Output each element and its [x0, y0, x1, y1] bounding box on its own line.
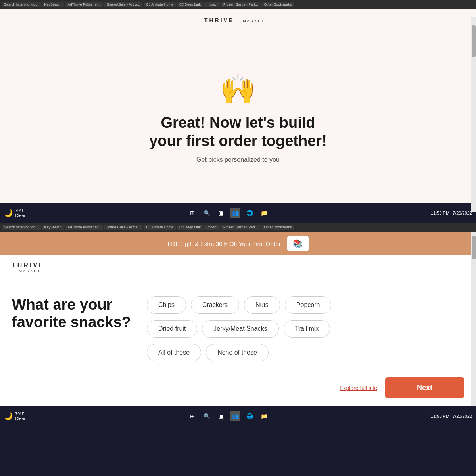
options-row-1: Chips Crackers Nuts Popcorn — [147, 296, 464, 314]
option-crackers[interactable]: Crackers — [191, 296, 239, 314]
footer-area: Explore full site Next — [0, 369, 476, 406]
logo-thrive-text: THRIVE — [204, 17, 234, 23]
promo-text: FREE gift & Extra 30% Off Your First Ord… — [167, 240, 281, 247]
tab2-2[interactable]: KeySearch — [42, 225, 64, 230]
taskbar-bottom-date: 7/20/2022 — [453, 414, 472, 418]
option-popcorn[interactable]: Popcorn — [285, 296, 332, 314]
search-taskbar-icon[interactable]: 🔍 — [202, 208, 212, 218]
promo-image: 📚 — [287, 236, 309, 251]
tab-5[interactable]: CJ Affiliate Home — [144, 2, 176, 7]
taskbar-time: 11:50 PM — [431, 211, 449, 215]
hand-wave-icon: 🙌 — [220, 72, 256, 106]
tab2-1[interactable]: Search listening too... — [2, 225, 41, 230]
taskbar-date: 7/20/2022 — [453, 211, 472, 215]
option-all-of-these[interactable]: All of these — [147, 344, 201, 361]
browser-top-bar-2: Search listening too... KeySearch AdThri… — [0, 223, 476, 232]
main-content-area: What are your favorite snacks? Chips Cra… — [0, 280, 476, 369]
windows-taskbar-middle: 🌙 79°F Clear ⊞ 🔍 ▣ 👥 🌐 📁 11:50 PM 7/20/2… — [0, 203, 476, 223]
chrome-icon-bottom[interactable]: 🌐 — [244, 411, 255, 421]
tab2-3[interactable]: AdThrive Publisher... — [65, 225, 103, 230]
next-button[interactable]: Next — [385, 377, 464, 398]
taskbar-bottom-time: 11:50 PM — [431, 414, 449, 418]
taskbar-left: 🌙 79°F Clear — [4, 208, 25, 218]
windows-icon-bottom[interactable]: ⊞ — [187, 411, 198, 421]
tab-6[interactable]: CJ Deep Link — [177, 2, 203, 7]
scrollbar-thumb[interactable] — [472, 25, 476, 57]
option-jerky[interactable]: Jerky/Meat Snacks — [202, 320, 278, 338]
chrome-icon[interactable]: 🌐 — [244, 208, 255, 218]
taskbar-bottom-right: 11:50 PM 7/20/2022 — [431, 414, 472, 418]
screen2-scrollbar-thumb[interactable] — [472, 236, 476, 259]
tab2-4[interactable]: ShareASale - Activi... — [104, 225, 143, 230]
tab-2[interactable]: KeySearch — [42, 2, 64, 7]
welcome-screen: THRIVE — MARKET — 🙌 Great! Now let's bui… — [0, 9, 476, 203]
taskbar-bottom-left: 🌙 79°F Clear — [4, 411, 25, 421]
browser-top-bar: Search listening too... KeySearch AdThri… — [0, 0, 476, 9]
teams-icon[interactable]: 👥 — [230, 208, 240, 218]
tab-7[interactable]: Impact — [204, 2, 220, 7]
taskbar-center: ⊞ 🔍 ▣ 👥 🌐 📁 — [29, 208, 428, 218]
teams-icon-bottom[interactable]: 👥 — [230, 411, 240, 421]
thrive-logo-top: THRIVE — MARKET — — [204, 17, 272, 24]
nav-area: THRIVE — MARKET — — [0, 255, 476, 280]
taskview-icon[interactable]: ▣ — [216, 208, 226, 218]
tab-1[interactable]: Search listening too... — [2, 2, 41, 7]
tab2-5[interactable]: CJ Affiliate Home — [144, 225, 176, 230]
scrollbar[interactable] — [471, 17, 476, 212]
tab-9[interactable]: Other Bookmarks — [261, 2, 294, 7]
logo2-thrive-text: THRIVE — [12, 262, 48, 269]
weather-info: 79°F Clear — [15, 208, 25, 218]
taskbar-right: 11:50 PM 7/20/2022 — [431, 211, 472, 215]
snack-preference-screen: FREE gift & Extra 30% Off Your First Ord… — [0, 232, 476, 406]
tab2-6[interactable]: CJ Deep Link — [177, 225, 203, 230]
explore-full-site-link[interactable]: Explore full site — [340, 385, 377, 391]
tab-8[interactable]: Frozen Garden Part... — [221, 2, 260, 7]
weather-info-bottom: 79°F Clear — [15, 411, 25, 421]
options-row-3: All of these None of these — [147, 344, 464, 361]
thrive-logo-bottom: THRIVE — MARKET — — [12, 262, 48, 273]
tab-4[interactable]: ShareASale - Activi... — [104, 2, 143, 7]
question-section: What are your favorite snacks? — [12, 296, 131, 361]
option-dried-fruit[interactable]: Dried fruit — [147, 320, 197, 338]
snack-question: What are your favorite snacks? — [12, 296, 131, 331]
promo-banner: FREE gift & Extra 30% Off Your First Ord… — [0, 232, 476, 255]
sub-heading: Get picks personalized to you — [196, 156, 280, 163]
option-none-of-these[interactable]: None of these — [206, 344, 269, 361]
option-trail-mix[interactable]: Trail mix — [284, 320, 330, 338]
folder-icon-bottom[interactable]: 📁 — [259, 411, 269, 421]
tab2-8[interactable]: Frozen Garden Part... — [221, 225, 260, 230]
folder-icon[interactable]: 📁 — [259, 208, 269, 218]
windows-taskbar-bottom: 🌙 79°F Clear ⊞ 🔍 ▣ 👥 🌐 📁 11:50 PM 7/20/2… — [0, 406, 476, 426]
windows-icon[interactable]: ⊞ — [187, 208, 198, 218]
option-chips[interactable]: Chips — [147, 296, 186, 314]
options-row-2: Dried fruit Jerky/Meat Snacks Trail mix — [147, 320, 464, 338]
snack-options: Chips Crackers Nuts Popcorn Dried fruit … — [147, 296, 464, 361]
logo2-market-text: — MARKET — — [12, 269, 48, 273]
option-nuts[interactable]: Nuts — [244, 296, 280, 314]
logo-market-text: — MARKET — — [236, 19, 272, 23]
tab-3[interactable]: AdThrive Publisher... — [65, 2, 103, 7]
tab2-7[interactable]: Impact — [204, 225, 220, 230]
taskbar-bottom-center: ⊞ 🔍 ▣ 👥 🌐 📁 — [29, 411, 428, 421]
taskview-icon-bottom[interactable]: ▣ — [216, 411, 226, 421]
tab2-9[interactable]: Other Bookmarks — [261, 225, 294, 230]
search-taskbar-icon-bottom[interactable]: 🔍 — [202, 411, 212, 421]
screen2-scrollbar[interactable] — [471, 232, 476, 406]
main-heading: Great! Now let's build your first order … — [149, 114, 327, 150]
